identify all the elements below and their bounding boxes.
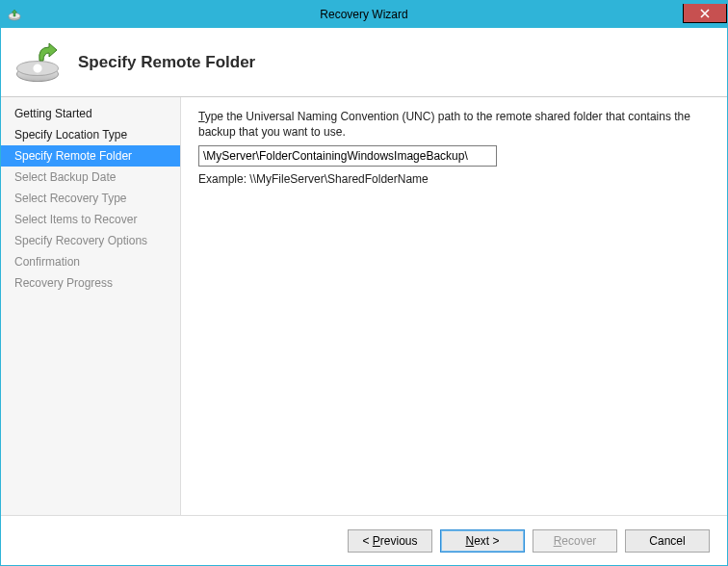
recovery-disc-icon — [14, 39, 61, 86]
unc-path-input[interactable] — [198, 145, 497, 167]
example-text: Example: \\MyFileServer\SharedFolderName — [198, 172, 710, 186]
wizard-step-list: Getting StartedSpecify Location TypeSpec… — [1, 97, 181, 515]
recover-button: Recover — [533, 529, 617, 553]
wizard-step[interactable]: Specify Location Type — [1, 124, 180, 145]
wizard-step: Select Backup Date — [1, 167, 180, 188]
wizard-step: Specify Recovery Options — [1, 230, 180, 251]
wizard-step: Confirmation — [1, 251, 180, 272]
wizard-step[interactable]: Getting Started — [1, 103, 180, 124]
instruction-text: Type the Universal Naming Convention (UN… — [198, 109, 710, 140]
close-button[interactable] — [683, 4, 727, 23]
window-title: Recovery Wizard — [1, 8, 727, 21]
wizard-step: Select Items to Recover — [1, 209, 180, 230]
titlebar: Recovery Wizard — [1, 1, 727, 28]
wizard-step: Select Recovery Type — [1, 188, 180, 209]
cancel-button[interactable]: Cancel — [625, 529, 710, 553]
wizard-step[interactable]: Specify Remote Folder — [1, 145, 180, 167]
recovery-wizard-window: Recovery Wizard Specify Remote Folder Ge… — [0, 0, 728, 566]
wizard-step: Recovery Progress — [1, 272, 180, 294]
next-button[interactable]: Next > — [440, 529, 525, 553]
wizard-header: Specify Remote Folder — [1, 28, 727, 97]
page-title: Specify Remote Folder — [78, 53, 255, 72]
previous-button[interactable]: < Previous — [348, 529, 432, 553]
wizard-footer: < Previous Next > Recover Cancel — [1, 515, 727, 565]
wizard-body: Getting StartedSpecify Location TypeSpec… — [1, 97, 727, 515]
app-icon — [7, 7, 22, 22]
wizard-page-content: Type the Universal Naming Convention (UN… — [181, 97, 727, 515]
